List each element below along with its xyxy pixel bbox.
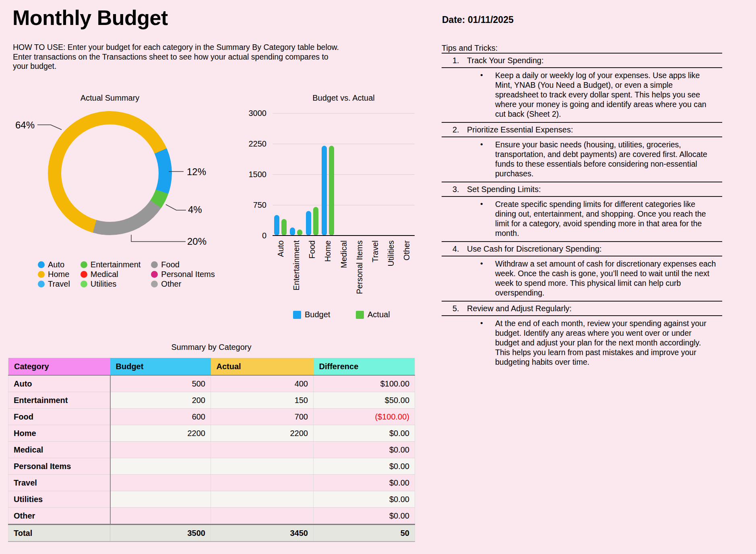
legend-label: Travel [48, 279, 70, 289]
cell-total-difference[interactable]: 50 [314, 525, 415, 542]
bar-ytick-label: 750 [229, 200, 266, 210]
bar-actual-entertainment[interactable] [297, 229, 302, 236]
donut-chart[interactable] [48, 111, 172, 235]
actual-swatch [356, 311, 364, 319]
cell-budget[interactable] [110, 458, 211, 475]
bar-gridline [273, 113, 415, 114]
legend-item-auto: Auto [38, 260, 70, 269]
cell-category[interactable]: Medical [8, 442, 110, 458]
tip-body: •Withdraw a set amount of cash for discr… [442, 256, 722, 301]
cell-actual[interactable] [211, 491, 314, 508]
cell-category[interactable]: Home [8, 425, 110, 442]
cell-actual[interactable] [211, 508, 314, 525]
table-row: Other $0.00 [8, 508, 415, 525]
legend-label: Food [161, 260, 180, 269]
cell-actual[interactable]: 700 [211, 409, 314, 425]
legend-dot-utilities [81, 281, 87, 287]
table-row: Home 2200 2200 $0.00 [8, 425, 415, 442]
donut-legend: Auto Home Travel Entertainment Medical U… [38, 260, 215, 289]
cell-actual[interactable] [211, 475, 314, 491]
header-budget[interactable]: Budget [110, 358, 211, 375]
bar-actual-home[interactable] [329, 146, 334, 236]
cell-difference[interactable]: $0.00 [314, 442, 415, 458]
donut-callout-label-entertainment: 4% [188, 204, 202, 215]
tip-heading: 1.Track Your Spending: [442, 53, 722, 68]
bar-xlabel: Medical [339, 240, 349, 268]
cell-category[interactable]: Auto [8, 375, 110, 392]
cell-total-budget[interactable]: 3500 [110, 525, 211, 542]
tips-section: Tips and Tricks: 1.Track Your Spending: … [442, 43, 722, 370]
bar-budget-entertainment[interactable] [290, 227, 295, 236]
cell-budget[interactable] [110, 491, 211, 508]
cell-category[interactable]: Entertainment [8, 392, 110, 409]
legend-item-medical: Medical [81, 270, 141, 279]
cell-category[interactable]: Personal Items [8, 458, 110, 475]
bar-ytick-label: 3000 [229, 108, 266, 118]
bar-x-axis [273, 235, 415, 236]
bar-actual-auto[interactable] [281, 219, 287, 236]
header-difference[interactable]: Difference [314, 358, 415, 375]
bar-legend-budget: Budget [293, 310, 330, 319]
bar-gridline [273, 205, 415, 205]
bullet-icon: • [480, 259, 483, 269]
tip-heading-text: Track Your Spending: [467, 56, 544, 64]
cell-budget[interactable] [110, 508, 211, 525]
cell-actual[interactable]: 2200 [211, 425, 314, 442]
cell-difference-negative[interactable]: ($100.00) [314, 409, 415, 425]
tip-body: •Keep a daily or weekly log of your expe… [442, 68, 722, 122]
cell-category[interactable]: Utilities [8, 491, 110, 508]
cell-difference[interactable]: $0.00 [314, 425, 415, 442]
bar-budget-auto[interactable] [274, 215, 279, 236]
cell-category[interactable]: Travel [8, 475, 110, 491]
bar-budget-food[interactable] [306, 211, 311, 236]
tip-body-text: Keep a daily or weekly log of your expen… [495, 70, 717, 119]
header-category[interactable]: Category [8, 358, 110, 375]
callout-line-home [37, 125, 62, 130]
cell-actual[interactable]: 400 [211, 375, 314, 392]
legend-label: Home [48, 270, 69, 279]
cell-budget[interactable]: 600 [110, 409, 211, 425]
legend-dot-auto [38, 261, 45, 268]
tip-item: 1.Track Your Spending: •Keep a daily or … [442, 53, 722, 122]
cell-budget[interactable] [110, 475, 211, 491]
tip-body-text: At the end of each month, review your sp… [495, 318, 717, 367]
donut-hole [61, 124, 159, 222]
tips-title: Tips and Tricks: [442, 43, 722, 53]
tip-heading: 4.Use Cash for Discretionary Spending: [442, 241, 722, 256]
cell-budget[interactable]: 500 [110, 375, 211, 392]
cell-difference[interactable]: $0.00 [314, 508, 415, 525]
legend-dot-medical [81, 271, 87, 278]
cell-category[interactable]: Other [8, 508, 110, 525]
cell-budget[interactable]: 2200 [110, 425, 211, 442]
cell-actual[interactable] [211, 458, 314, 475]
cell-difference[interactable]: $100.00 [314, 375, 415, 392]
cell-actual[interactable]: 150 [211, 392, 314, 409]
bar-gridline [273, 174, 415, 175]
legend-item-entertainment: Entertainment [81, 260, 141, 269]
legend-label: Auto [48, 260, 64, 269]
bar-budget-home[interactable] [322, 146, 327, 236]
cell-difference[interactable]: $0.00 [314, 491, 415, 508]
cell-total-actual[interactable]: 3450 [211, 525, 314, 542]
budget-swatch [293, 311, 301, 319]
bar-actual-food[interactable] [313, 207, 318, 236]
tip-item: 2.Prioritize Essential Expenses: •Ensure… [442, 122, 722, 182]
bar-xlabel: Other [401, 240, 412, 260]
callout-line-entertainment [166, 205, 186, 210]
cell-budget[interactable] [110, 442, 211, 458]
bar-legend-actual: Actual [356, 310, 390, 319]
cell-budget[interactable]: 200 [110, 392, 211, 409]
cell-actual[interactable] [211, 442, 314, 458]
cell-difference[interactable]: $0.00 [314, 475, 415, 491]
tip-item: 3.Set Spending Limits: •Create specific … [442, 182, 722, 241]
tip-heading-text: Review and Adjust Regularly: [467, 304, 572, 312]
bar-legend-label: Budget [305, 310, 330, 319]
cell-difference[interactable]: $50.00 [314, 392, 415, 409]
cell-difference[interactable]: $0.00 [314, 458, 415, 475]
header-actual[interactable]: Actual [211, 358, 314, 375]
cell-category[interactable]: Food [8, 409, 110, 425]
legend-item-personal-items: Personal Items [151, 270, 215, 279]
cell-total-label[interactable]: Total [8, 525, 110, 542]
tip-heading-text: Prioritize Essential Expenses: [467, 126, 573, 134]
bar-ytick-label: 1500 [229, 170, 266, 179]
